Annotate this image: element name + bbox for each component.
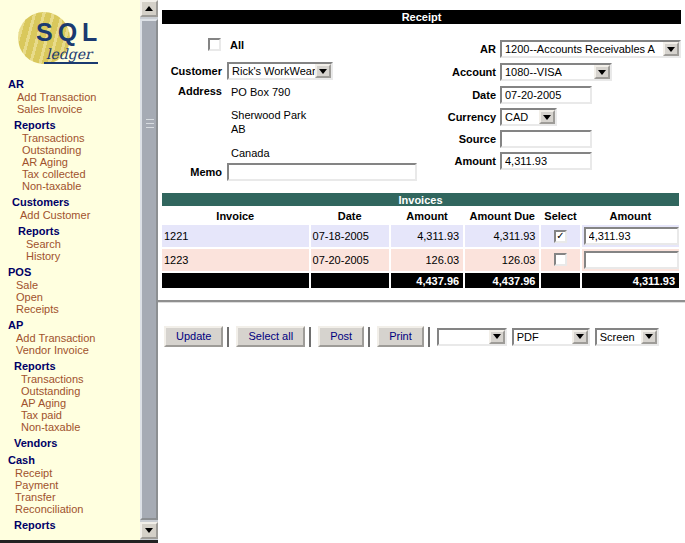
currency-select[interactable]: CAD (500, 108, 557, 126)
chevron-down-icon (572, 330, 588, 344)
media-select-value: Screen (597, 330, 641, 344)
address-label: Address (162, 85, 222, 97)
button-divider (368, 327, 370, 347)
frame-scrollbar[interactable] (140, 0, 158, 540)
account-row: Account 1080--VISA (366, 63, 612, 81)
receipt-form: Receipt All Customer Rick's WorkWear Add… (158, 0, 685, 543)
col-header-pay-amount: Amount (582, 208, 679, 223)
col-header-amount: Amount (391, 208, 463, 223)
sidebar-item-pos-open[interactable]: Open (16, 291, 140, 303)
total-blank (311, 273, 389, 288)
cell-date: 07-18-2005 (311, 225, 389, 247)
customer-select[interactable]: Rick's WorkWear (227, 62, 333, 80)
address-row: Address PO Box 790 Sherwood Park AB Cana… (162, 85, 306, 160)
sidebar-item-customers-search[interactable]: Search (26, 238, 140, 250)
cell-amount: 4,311.93 (391, 225, 463, 247)
all-label: All (230, 39, 244, 51)
invoices-total-row: 4,437.96 4,437.96 4,311.93 (162, 273, 679, 288)
amount-row: Amount (366, 152, 592, 170)
sidebar-heading-ap: AP (8, 319, 140, 332)
currency-select-value: CAD (502, 110, 539, 124)
sidebar-item-ar-tax-collected[interactable]: Tax collected (22, 168, 140, 180)
address-line-3: AB (231, 122, 306, 136)
sidebar-item-customers-history[interactable]: History (26, 250, 140, 262)
invoice-row-1223: 1223 07-20-2005 126.03 126.03 (162, 249, 679, 271)
sidebar-item-cash-payment[interactable]: Payment (15, 479, 140, 491)
col-header-amount-due: Amount Due (465, 208, 539, 223)
amount-input[interactable] (500, 152, 592, 170)
sidebar-item-ap-add-transaction[interactable]: Add Transaction (16, 332, 140, 344)
print-button[interactable]: Print (377, 326, 424, 347)
sidebar-item-pos-sale[interactable]: Sale (16, 279, 140, 291)
source-input[interactable] (500, 130, 592, 148)
all-row: All (208, 38, 244, 51)
sidebar-item-ar-reports-transactions[interactable]: Transactions (22, 132, 140, 144)
col-header-date: Date (311, 208, 389, 223)
invoices-table: Invoices Invoice Date Amount Amount Due … (160, 191, 681, 290)
sidebar-item-ap-reports-outstanding[interactable]: Outstanding (21, 385, 140, 397)
button-divider (428, 327, 430, 347)
currency-label: Currency (366, 111, 496, 123)
all-checkbox[interactable] (208, 38, 221, 51)
row-pay-amount-input[interactable] (584, 251, 679, 269)
ar-label: AR (366, 43, 496, 55)
media-select[interactable]: Screen (595, 328, 659, 346)
sidebar-item-ap-reports-transactions[interactable]: Transactions (21, 373, 140, 385)
scrollbar-down-button[interactable] (140, 522, 158, 539)
sidebar-item-cash-reconciliation[interactable]: Reconciliation (15, 503, 140, 515)
sidebar-item-ap-aging[interactable]: AP Aging (21, 397, 140, 409)
sidebar-item-ar-aging[interactable]: AR Aging (22, 156, 140, 168)
scrollbar-grip-icon (146, 127, 154, 128)
amount-label: Amount (366, 155, 496, 167)
sidebar-item-ar-sales-invoice[interactable]: Sales Invoice (17, 103, 140, 115)
print-option-value (439, 330, 489, 344)
sidebar-item-ap-non-taxable[interactable]: Non-taxable (21, 421, 140, 433)
scrollbar-grip-icon (146, 123, 154, 124)
address-line-4: Canada (231, 146, 306, 160)
logo-ledger-text: ledger (44, 46, 98, 64)
update-button[interactable]: Update (164, 326, 223, 347)
sidebar-item-pos-receipts[interactable]: Receipts (16, 303, 140, 315)
ar-select-value: 1200--Accounts Receivables A (502, 42, 663, 56)
sidebar-item-cash-transfer[interactable]: Transfer (15, 491, 140, 503)
chevron-down-icon (663, 42, 679, 56)
row-select-checkbox[interactable]: ✓ (554, 230, 567, 243)
post-button[interactable]: Post (318, 326, 364, 347)
col-header-invoice: Invoice (162, 208, 309, 223)
account-label: Account (366, 66, 496, 78)
sidebar-item-add-customer[interactable]: Add Customer (20, 209, 140, 221)
sidebar-heading-ar: AR (8, 78, 140, 91)
sidebar-item-cash-receipt[interactable]: Receipt (15, 467, 140, 479)
print-option-select[interactable] (437, 328, 507, 346)
sidebar-item-ar-add-transaction[interactable]: Add Transaction (17, 91, 140, 103)
logo-sql-text: SQL (36, 18, 102, 47)
sidebar-item-ar-reports-outstanding[interactable]: Outstanding (22, 144, 140, 156)
row-select-checkbox[interactable] (554, 253, 567, 266)
sql-ledger-logo: SQL ledger (0, 0, 140, 74)
sidebar-heading-ar-reports: Reports (14, 119, 140, 132)
address-line-1: PO Box 790 (231, 85, 306, 99)
date-input[interactable] (500, 86, 592, 104)
account-select[interactable]: 1080--VISA (500, 63, 612, 81)
total-pay-amount: 4,311.93 (582, 273, 679, 288)
select-all-button[interactable]: Select all (236, 326, 305, 347)
source-label: Source (366, 133, 496, 145)
invoices-table-title: Invoices (162, 193, 679, 206)
sidebar-item-ar-non-taxable[interactable]: Non-taxable (22, 180, 140, 192)
scrollbar-up-button[interactable] (140, 0, 158, 17)
sidebar-heading-ap-reports: Reports (14, 360, 140, 373)
chevron-down-icon (641, 330, 657, 344)
sidebar-heading-cash: Cash (8, 454, 140, 467)
sidebar-item-ap-vendor-invoice[interactable]: Vendor Invoice (16, 344, 140, 356)
chevron-down-icon (315, 64, 331, 78)
scrollbar-thumb[interactable] (140, 19, 158, 520)
sidebar-item-ap-tax-paid[interactable]: Tax paid (21, 409, 140, 421)
row-pay-amount-input[interactable] (584, 227, 679, 245)
chevron-down-icon (539, 110, 555, 124)
sidebar-heading-customers-reports: Reports (18, 225, 140, 238)
cell-invoice: 1221 (162, 225, 309, 247)
format-select[interactable]: PDF (512, 328, 590, 346)
ar-select[interactable]: 1200--Accounts Receivables A (500, 40, 681, 58)
action-bar: Update Select all Post Print PDF Screen (164, 326, 664, 347)
date-row: Date (366, 86, 592, 104)
